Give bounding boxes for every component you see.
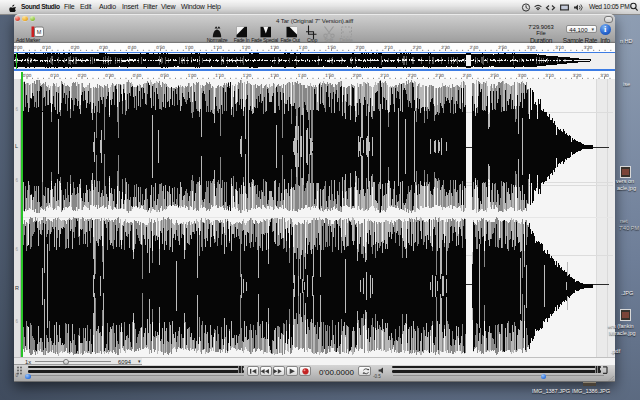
svg-text:M: M: [37, 29, 42, 35]
svg-text:0'00: 0'00: [14, 45, 23, 50]
